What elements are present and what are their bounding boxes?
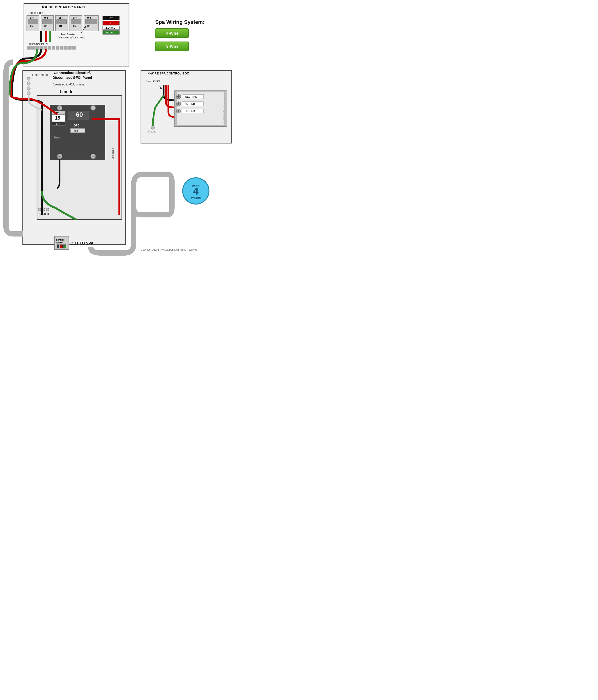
svg-text:ON: ON bbox=[73, 25, 76, 27]
svg-text:OFF: OFF bbox=[58, 17, 63, 19]
svg-rect-49 bbox=[68, 46, 71, 49]
svg-text:SYSTEM: SYSTEM bbox=[190, 197, 201, 200]
svg-rect-9 bbox=[42, 20, 52, 24]
svg-text:3-Wire: 3-Wire bbox=[166, 44, 178, 49]
svg-text:60: 60 bbox=[76, 111, 83, 118]
svg-text:Spa Wiring System:: Spa Wiring System: bbox=[155, 19, 205, 25]
svg-text:OFF: OFF bbox=[73, 17, 77, 19]
svg-rect-45 bbox=[52, 46, 55, 49]
svg-text:CIRCUIT: CIRCUIT bbox=[56, 242, 64, 244]
svg-text:HOT: HOT bbox=[108, 22, 113, 24]
svg-text:ON: ON bbox=[87, 25, 91, 27]
svg-rect-47 bbox=[60, 46, 63, 49]
svg-text:NEUTRAL: NEUTRAL bbox=[104, 27, 115, 29]
svg-text:ON: ON bbox=[44, 25, 48, 27]
svg-rect-13 bbox=[56, 20, 67, 24]
svg-text:GROUND: GROUND bbox=[104, 31, 114, 34]
svg-text:From GFCI: From GFCI bbox=[146, 80, 160, 83]
svg-rect-5 bbox=[28, 20, 38, 24]
svg-text:OFF: OFF bbox=[44, 17, 48, 19]
svg-text:Ground/Neutral Bar: Ground/Neutral Bar bbox=[27, 43, 48, 45]
svg-text:15: 15 bbox=[55, 115, 60, 121]
svg-text:HOT (L1): HOT (L1) bbox=[185, 103, 195, 105]
svg-rect-44 bbox=[48, 46, 51, 49]
svg-text:4: 4 bbox=[193, 185, 199, 197]
svg-text:TEST: TEST bbox=[74, 129, 80, 132]
svg-text:4-Wire: 4-Wire bbox=[166, 31, 178, 35]
svg-text:BRANCH: BRANCH bbox=[56, 239, 65, 241]
svg-text:ON: ON bbox=[30, 25, 33, 27]
svg-text:GFCI: GFCI bbox=[74, 124, 80, 127]
full-diagram: HOUSE BREAKER PANEL Double Pole OFF ON O… bbox=[0, 0, 239, 274]
svg-rect-105 bbox=[64, 245, 66, 248]
svg-text:Branch: Branch bbox=[54, 136, 62, 139]
svg-rect-50 bbox=[72, 46, 75, 49]
svg-point-115 bbox=[151, 126, 154, 129]
svg-text:NEUTRAL: NEUTRAL bbox=[185, 96, 197, 98]
svg-text:Feed Breaker: Feed Breaker bbox=[61, 33, 75, 36]
svg-text:OFF: OFF bbox=[87, 17, 92, 19]
svg-text:OFF: OFF bbox=[30, 17, 34, 19]
svg-text:OFF: OFF bbox=[56, 123, 60, 125]
svg-text:Disconnect GFCI Panel: Disconnect GFCI Panel bbox=[52, 75, 92, 79]
svg-rect-104 bbox=[60, 245, 63, 248]
svg-text:ON: ON bbox=[58, 25, 62, 27]
svg-text:Double Pole: Double Pole bbox=[27, 11, 43, 15]
svg-rect-17 bbox=[71, 20, 81, 24]
svg-text:Line Neutral: Line Neutral bbox=[32, 73, 48, 77]
svg-text:4-WIRE SPA CONTROL BOX: 4-WIRE SPA CONTROL BOX bbox=[148, 72, 189, 75]
svg-text:Connecticut Electric®: Connecticut Electric® bbox=[54, 71, 91, 75]
svg-text:(Loads up to 60A, or less): (Loads up to 60A, or less) bbox=[52, 83, 85, 86]
svg-text:HOT: HOT bbox=[108, 17, 113, 20]
svg-rect-103 bbox=[57, 245, 59, 248]
svg-rect-21 bbox=[85, 20, 97, 24]
svg-text:Copyright ©2008 The Spa Depot : Copyright ©2008 The Spa Depot All Rights… bbox=[141, 248, 197, 251]
svg-point-96 bbox=[38, 208, 41, 211]
svg-text:Ground: Ground bbox=[148, 130, 157, 133]
svg-rect-46 bbox=[56, 46, 59, 49]
svg-text:OUT TO SPA: OUT TO SPA bbox=[70, 241, 94, 245]
svg-text:Line In: Line In bbox=[60, 89, 74, 94]
svg-text:HOT (L2): HOT (L2) bbox=[185, 110, 195, 112]
svg-rect-48 bbox=[64, 46, 67, 49]
svg-text:Spare Slot: Spare Slot bbox=[112, 148, 114, 159]
svg-text:(to match spa's amp load): (to match spa's amp load) bbox=[58, 36, 85, 39]
svg-point-98 bbox=[46, 208, 49, 211]
svg-text:HOUSE BREAKER PANEL: HOUSE BREAKER PANEL bbox=[41, 5, 87, 9]
